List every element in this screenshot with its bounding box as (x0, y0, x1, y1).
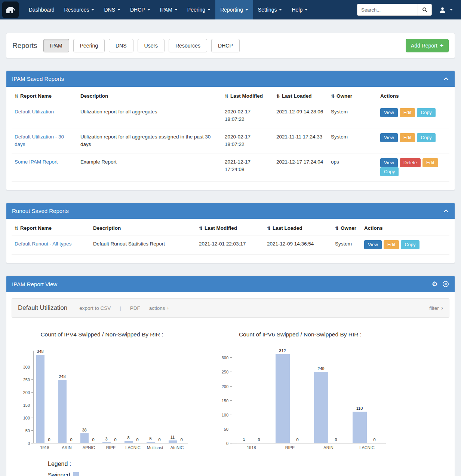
y-tick-label: 150 (23, 403, 30, 408)
view-button[interactable]: View (364, 240, 382, 249)
toolbar-separator: | (120, 305, 121, 311)
collapse-chevron-up-icon[interactable] (443, 209, 449, 213)
nav-item-peering[interactable]: Peering (182, 0, 215, 19)
search-input[interactable] (357, 4, 418, 16)
panel-body: ⇅Report NameDescription⇅Last Modified⇅La… (6, 219, 455, 263)
bar-value-label: 0 (366, 437, 383, 442)
actions-menu-link[interactable]: actions + (149, 305, 169, 311)
copy-button[interactable]: Copy (401, 240, 419, 249)
table-row: Default Runout - All typesDefault Runout… (12, 235, 449, 255)
edit-button[interactable]: Edit (384, 240, 399, 249)
nav-item-ipam[interactable]: IPAM (155, 0, 182, 19)
copy-button[interactable]: Copy (417, 133, 435, 142)
copy-button[interactable]: Copy (380, 167, 399, 176)
panel-header: Runout Saved Reports (6, 203, 455, 219)
gear-icon[interactable]: ⚙ (432, 281, 438, 287)
ipam-reports-table: ⇅Report NameDescription⇅Last Modified⇅La… (12, 89, 449, 182)
edit-button[interactable]: Edit (400, 108, 415, 117)
table-cell: 2021-12-17 17:24:08 (222, 153, 273, 182)
search-button[interactable] (418, 4, 432, 16)
chart-legend: Legend : SwippedNon-Swipped (48, 461, 449, 476)
bar-swipped (102, 442, 111, 443)
bar-swipped (314, 372, 328, 443)
y-tick-mark (31, 430, 33, 431)
nav-item-dns[interactable]: DNS (99, 0, 125, 19)
x-tick-label: AfriNIC (166, 445, 188, 450)
report-link[interactable]: Default Runout - All types (15, 241, 71, 247)
table-cell: Default Runout - All types (12, 235, 90, 255)
tab-users[interactable]: Users (138, 39, 165, 52)
bar-value-label: 348 (32, 349, 49, 354)
copy-button[interactable]: Copy (417, 108, 435, 117)
column-header-last-modified[interactable]: ⇅Last Modified (196, 221, 264, 235)
tab-ipam[interactable]: IPAM (43, 39, 69, 52)
collapse-chevron-up-icon[interactable] (443, 77, 449, 81)
y-tick-label: 100 (23, 416, 30, 420)
x-tick-label: RIPE (100, 445, 122, 450)
page: Reports IPAMPeeringDNSUsersResourcesDHCP… (0, 33, 461, 476)
view-button[interactable]: View (380, 133, 398, 142)
column-header-owner[interactable]: ⇅Owner (332, 221, 361, 235)
add-report-label: Add Report (411, 43, 437, 49)
column-header-report-name[interactable]: ⇅Report Name (12, 89, 77, 103)
app-logo[interactable] (2, 1, 19, 18)
chevron-right-icon: › (441, 305, 443, 311)
y-tick-label: 250 (23, 378, 30, 382)
y-tick-mark (230, 386, 232, 387)
y-axis-labels: 050100150200250300 (16, 351, 33, 443)
legend-title: Legend : (48, 461, 449, 467)
sort-icon: ⇅ (335, 226, 339, 231)
view-button[interactable]: View (380, 108, 398, 117)
chart-title: Count of IPV6 Swipped / Non-Swipped By R… (215, 331, 386, 338)
close-icon[interactable] (442, 281, 449, 287)
tab-peering[interactable]: Peering (73, 39, 105, 52)
nav-item-dashboard[interactable]: Dashboard (24, 0, 59, 19)
table-cell: Default Runout Statistics Report (90, 235, 196, 255)
bar-value-label: 249 (313, 366, 329, 371)
tab-resources[interactable]: Resources (169, 39, 207, 52)
tab-dns[interactable]: DNS (109, 39, 133, 52)
filter-toggle[interactable]: filter › (429, 305, 443, 311)
report-link[interactable]: Default Utilization - 30 days (15, 134, 64, 147)
bar-value-label: 248 (54, 374, 71, 379)
legend-swatch (73, 472, 79, 476)
delete-button[interactable]: Delete (400, 158, 421, 167)
table-cell: System (328, 128, 377, 153)
export-csv-link[interactable]: export to CSV (79, 305, 111, 311)
navbar-right (357, 4, 458, 16)
column-header-last-loaded[interactable]: ⇅Last Loaded (264, 221, 332, 235)
nav-item-settings[interactable]: Settings (253, 0, 287, 19)
charts-row: Count of IPV4 Swipped / Non-Swipped By R… (12, 331, 449, 443)
column-header-owner[interactable]: ⇅Owner (328, 89, 377, 103)
tab-dhcp[interactable]: DHCP (211, 39, 240, 52)
export-pdf-link[interactable]: PDF (130, 305, 140, 311)
column-header-actions: Actions (361, 221, 449, 235)
add-report-button[interactable]: Add Report + (406, 39, 449, 52)
nav-item-help[interactable]: Help (287, 0, 313, 19)
user-menu[interactable] (436, 7, 457, 13)
bar-swipped (353, 412, 367, 443)
y-tick-label: 0 (28, 441, 30, 446)
column-header-report-name[interactable]: ⇅Report Name (12, 221, 90, 235)
column-label: Owner (336, 93, 352, 99)
column-header-last-loaded[interactable]: ⇅Last Loaded (273, 89, 328, 103)
report-title: Default Utilization (18, 304, 67, 312)
x-tick-label: RIPE (271, 445, 309, 450)
nav-item-dhcp[interactable]: DHCP (125, 0, 155, 19)
edit-button[interactable]: Edit (400, 133, 415, 142)
column-header-last-modified[interactable]: ⇅Last Modified (222, 89, 273, 103)
nav-item-reporting[interactable]: Reporting (215, 0, 253, 19)
y-tick-label: 200 (222, 384, 228, 389)
ipv6-chart: Count of IPV6 Swipped / Non-Swipped By R… (215, 331, 386, 443)
column-label: Last Modified (205, 225, 237, 231)
panel-title: IPAM Saved Reports (12, 76, 64, 82)
nav-item-resources[interactable]: Resources (59, 0, 99, 19)
caret-down-icon (305, 9, 308, 10)
table-row: Default Utilization - 30 daysUtilization… (12, 128, 449, 153)
report-link[interactable]: Some IPAM Report (15, 159, 58, 165)
chart-title: Count of IPV4 Swipped / Non-Swipped By R… (16, 331, 188, 338)
table-cell: Example Report (77, 153, 222, 182)
edit-button[interactable]: Edit (422, 158, 438, 167)
report-link[interactable]: Default Utilization (15, 109, 54, 115)
view-button[interactable]: View (380, 158, 398, 167)
